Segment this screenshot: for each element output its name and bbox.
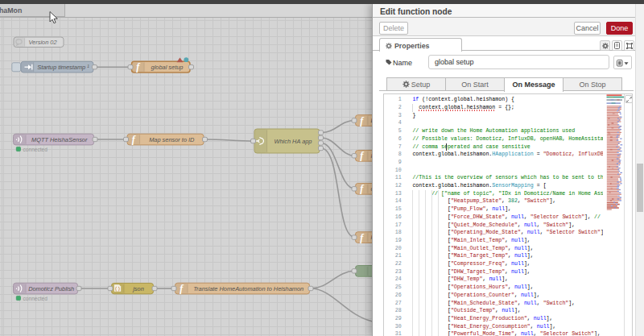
svg-text:Translate HomeAutomation to He: Translate HomeAutomation to Heishamon <box>193 285 303 292</box>
svg-text:Which HA app: Which HA app <box>275 138 312 145</box>
svg-text:Domoticz Publish: Domoticz Publish <box>28 285 74 292</box>
svg-text:Version 02: Version 02 <box>28 39 56 46</box>
svg-text:connected: connected <box>23 147 48 152</box>
svg-text:json: json <box>132 285 144 292</box>
svg-text:connected: connected <box>23 296 48 301</box>
svg-text:Startup timestamp ¹: Startup timestamp ¹ <box>37 64 89 71</box>
svg-text:Map sensor to ID: Map sensor to ID <box>149 136 195 143</box>
svg-text:global setup: global setup <box>151 64 184 71</box>
svg-text:MQTT HeishaSensor: MQTT HeishaSensor <box>31 136 88 143</box>
